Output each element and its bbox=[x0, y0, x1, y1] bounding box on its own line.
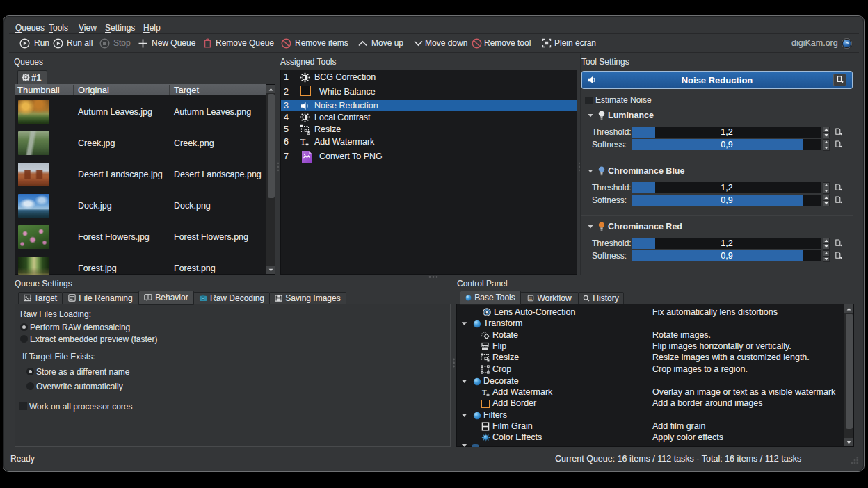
svg-text:T: T bbox=[482, 388, 487, 396]
svg-text:T: T bbox=[300, 137, 306, 147]
